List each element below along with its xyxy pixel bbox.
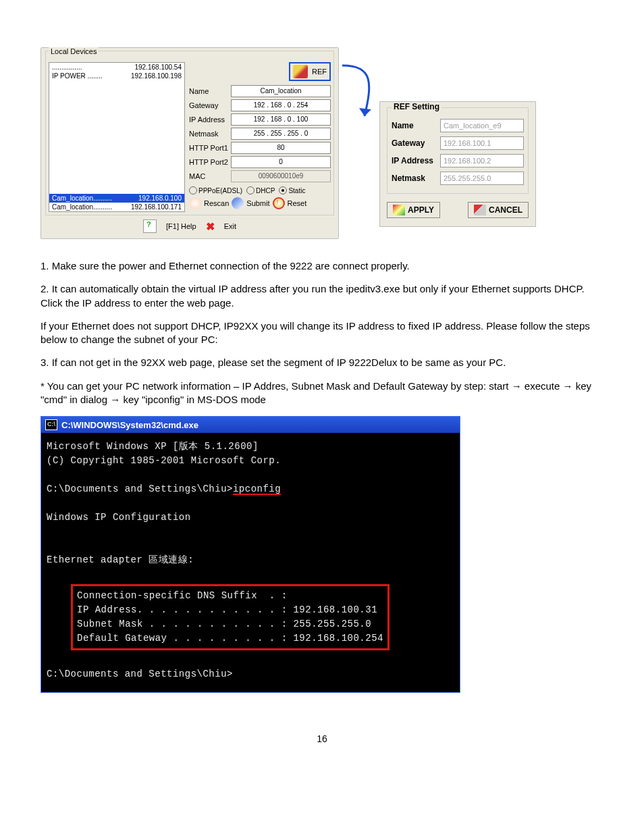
ref-ip-input[interactable]: 192.168.100.2 bbox=[440, 154, 524, 167]
ipaddress-input[interactable]: 192 . 168 . 0 . 100 bbox=[231, 113, 331, 126]
ref-button[interactable]: REF bbox=[289, 62, 331, 81]
cmd-line: (C) Copyright 1985-2001 Microsoft Corp. bbox=[47, 455, 281, 466]
apply-button[interactable]: APPLY bbox=[387, 202, 440, 218]
cmd-line: Microsoft Windows XP [版本 5.1.2600] bbox=[47, 441, 259, 452]
device-row[interactable]: Cam_location.......... 192.168.100.171 bbox=[49, 203, 184, 211]
name-label: Name bbox=[189, 87, 231, 95]
instruction-star: * You can get your PC network informatio… bbox=[41, 380, 603, 407]
ref-netmask-input[interactable]: 255.255.255.0 bbox=[440, 172, 524, 185]
help-label[interactable]: [F1] Help bbox=[166, 222, 196, 230]
local-devices-panel: Local Devices ................ 192.168.1… bbox=[41, 47, 339, 239]
cmd-ipconfig: ipconfig bbox=[233, 484, 281, 494]
cmd-title-text: C:\WINDOWS\System32\cmd.exe bbox=[61, 420, 198, 430]
exit-icon[interactable]: ✖ bbox=[206, 220, 215, 233]
cmd-heading: Windows IP Configuration bbox=[47, 512, 191, 523]
instruction-3: 3. If can not get in the 92XX web page, … bbox=[41, 356, 603, 369]
ref-label: REF bbox=[312, 68, 327, 76]
cmd-prompt: C:\Documents and Settings\Chiu> bbox=[47, 669, 233, 679]
local-devices-title: Local Devices bbox=[49, 47, 99, 55]
instruction-1: 1. Make sure the power and Ethernet conn… bbox=[41, 259, 603, 273]
httpport2-input[interactable]: 0 bbox=[231, 156, 331, 168]
radio-pppoe[interactable]: PPPoE(ADSL) bbox=[189, 186, 242, 194]
device-name: ................ bbox=[52, 63, 82, 71]
apply-icon bbox=[393, 205, 405, 215]
ref-gateway-input[interactable]: 192.168.100.1 bbox=[440, 136, 524, 150]
page-number: 16 bbox=[41, 733, 603, 744]
mac-label: MAC bbox=[189, 172, 231, 180]
gateway-label: Gateway bbox=[189, 101, 231, 109]
ref-name-label: Name bbox=[392, 121, 440, 130]
connection-type-radios: PPPoE(ADSL) DHCP Static bbox=[189, 186, 331, 194]
cmd-highlight-box: Connection-specific DNS Suffix . : IP Ad… bbox=[71, 584, 390, 650]
help-icon[interactable] bbox=[143, 219, 157, 233]
ref-gateway-label: Gateway bbox=[392, 138, 440, 148]
cmd-titlebar: C:\ C:\WINDOWS\System32\cmd.exe bbox=[41, 417, 460, 433]
device-row[interactable]: IP POWER ........ 192.168.100.198 bbox=[49, 72, 184, 80]
instruction-2: 2. It can automatically obtain the virtu… bbox=[41, 282, 603, 310]
svg-marker-0 bbox=[359, 108, 371, 116]
ref-netmask-label: Netmask bbox=[392, 174, 440, 183]
radio-static[interactable]: Static bbox=[279, 186, 305, 194]
cmd-body: Microsoft Windows XP [版本 5.1.2600] (C) C… bbox=[41, 433, 460, 692]
cancel-icon bbox=[474, 205, 486, 215]
netmask-label: Netmask bbox=[189, 130, 231, 138]
device-row[interactable]: ................ 192.168.100.54 bbox=[49, 63, 184, 72]
ipaddress-label: IP Address bbox=[189, 115, 231, 124]
exit-label[interactable]: Exit bbox=[224, 222, 236, 230]
cmd-window: C:\ C:\WINDOWS\System32\cmd.exe Microsof… bbox=[41, 416, 460, 693]
device-name: Cam_location.......... bbox=[52, 203, 112, 211]
device-ip: 192.168.0.100 bbox=[138, 194, 182, 202]
cmd-adapter: Ethernet adapter 區域連線: bbox=[47, 554, 194, 565]
httpport2-label: HTTP Port2 bbox=[189, 158, 231, 166]
ref-setting-panel: REF Setting Name Cam_location_e9 Gateway… bbox=[379, 101, 536, 227]
httpport1-input[interactable]: 80 bbox=[231, 142, 331, 154]
reset-icon bbox=[273, 197, 285, 209]
arrow-icon bbox=[339, 62, 379, 136]
device-list[interactable]: ................ 192.168.100.54 IP POWER… bbox=[49, 62, 185, 212]
cmd-prompt: C:\Documents and Settings\Chiu> bbox=[47, 484, 233, 494]
submit-icon bbox=[232, 197, 244, 209]
cancel-button[interactable]: CANCEL bbox=[468, 202, 529, 218]
rescan-icon bbox=[189, 197, 201, 209]
rescan-button[interactable]: Rescan bbox=[204, 199, 229, 207]
netmask-input[interactable]: 255 . 255 . 255 . 0 bbox=[231, 128, 331, 140]
ref-setting-title: REF Setting bbox=[392, 102, 441, 111]
radio-dhcp[interactable]: DHCP bbox=[246, 186, 275, 194]
httpport1-label: HTTP Port1 bbox=[189, 144, 231, 152]
cmd-icon: C:\ bbox=[45, 419, 57, 430]
ref-ip-label: IP Address bbox=[392, 156, 440, 165]
gateway-input[interactable]: 192 . 168 . 0 . 254 bbox=[231, 99, 331, 111]
reset-button[interactable]: Reset bbox=[288, 199, 307, 207]
name-input[interactable]: Cam_location bbox=[231, 85, 331, 97]
ref-name-input[interactable]: Cam_location_e9 bbox=[440, 119, 524, 132]
device-ip: 192.168.100.198 bbox=[131, 72, 182, 80]
instruction-dhcp-note: If your Ethernet does not support DHCP, … bbox=[41, 319, 603, 347]
device-name: Cam_location.......... bbox=[52, 194, 112, 202]
device-name: IP POWER ........ bbox=[52, 72, 103, 80]
instructions-block: 1. Make sure the power and Ethernet conn… bbox=[41, 259, 603, 407]
ref-icon bbox=[293, 65, 308, 78]
ipedit-figure: Local Devices ................ 192.168.1… bbox=[41, 47, 603, 239]
device-row-selected[interactable]: Cam_location.......... 192.168.0.100 bbox=[49, 194, 184, 203]
mac-value: 0090600010e9 bbox=[231, 170, 331, 182]
device-ip: 192.168.100.171 bbox=[131, 203, 182, 211]
submit-button[interactable]: Submit bbox=[246, 199, 269, 207]
device-ip: 192.168.100.54 bbox=[134, 63, 182, 71]
